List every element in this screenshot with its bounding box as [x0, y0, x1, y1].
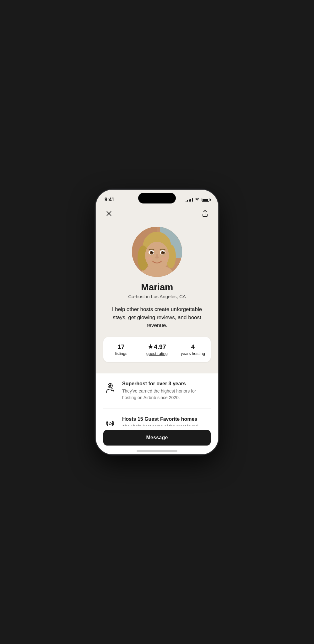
host-name: Mariam — [141, 282, 173, 293]
avatar — [132, 227, 182, 277]
years-count: 4 — [191, 343, 195, 351]
host-subtitle: Co-host in Los Angeles, CA — [128, 294, 186, 299]
svg-point-19 — [152, 251, 153, 252]
divider — [103, 409, 211, 409]
share-button[interactable] — [199, 208, 211, 219]
avatar-image — [132, 227, 182, 277]
screen: 9:41 — [96, 190, 218, 454]
stat-rating[interactable]: ★ 4.97 guest rating — [139, 343, 175, 356]
status-bar: 9:41 — [96, 190, 218, 205]
dynamic-island — [138, 193, 176, 203]
share-icon — [202, 210, 208, 217]
stat-years: 4 years hosting — [175, 343, 211, 356]
superhost-badge: Superhost for over 3 years They've earne… — [103, 381, 211, 401]
guest-favorite-title: Hosts 15 Guest Favorite homes — [122, 416, 211, 422]
message-button[interactable]: Message — [103, 430, 211, 446]
phone-frame: 9:41 — [96, 190, 218, 454]
close-icon — [106, 211, 112, 216]
svg-point-21 — [146, 257, 153, 261]
svg-point-25 — [111, 389, 113, 390]
stats-card: 17 listings ★ 4.97 guest rating 4 years … — [103, 337, 211, 362]
signal-bars-icon — [186, 198, 193, 202]
nav-bar — [96, 205, 218, 222]
status-time: 9:41 — [105, 197, 114, 203]
superhost-text: Superhost for over 3 years They've earne… — [122, 381, 211, 401]
rating-label[interactable]: guest rating — [146, 351, 168, 356]
close-button[interactable] — [103, 208, 115, 219]
superhost-icon — [103, 381, 117, 395]
scroll-content[interactable]: Mariam Co-host in Los Angeles, CA I help… — [96, 222, 218, 454]
profile-section: Mariam Co-host in Los Angeles, CA I help… — [96, 222, 218, 371]
years-label: years hosting — [181, 351, 205, 356]
svg-point-22 — [161, 257, 168, 261]
status-icons — [186, 197, 209, 202]
superhost-desc: They've earned the highest honors for ho… — [122, 388, 211, 401]
host-bio: I help other hosts create unforgettable … — [103, 305, 211, 330]
rating-value: ★ 4.97 — [148, 343, 166, 351]
svg-point-20 — [163, 251, 164, 252]
star-icon: ★ — [148, 343, 153, 350]
superhost-title: Superhost for over 3 years — [122, 381, 211, 387]
listings-count: 17 — [118, 343, 125, 351]
battery-icon — [202, 198, 209, 202]
stat-listings: 17 listings — [103, 343, 139, 356]
home-indicator — [137, 450, 177, 452]
listings-label: listings — [115, 351, 127, 356]
wifi-icon — [195, 197, 200, 202]
